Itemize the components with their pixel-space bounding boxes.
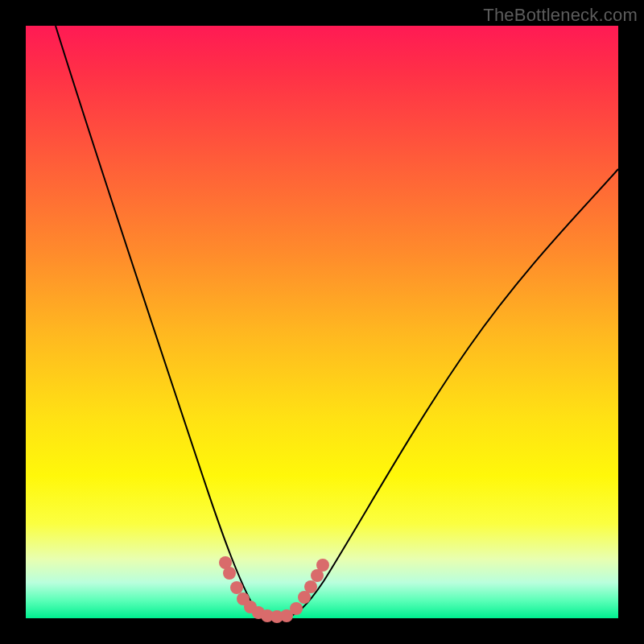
svg-point-13 bbox=[316, 559, 329, 572]
svg-point-9 bbox=[290, 602, 303, 615]
plot-area bbox=[26, 26, 618, 618]
curve-layer bbox=[26, 26, 618, 618]
bottleneck-curve-left bbox=[56, 26, 271, 617]
bottleneck-curve-right bbox=[283, 169, 618, 617]
svg-point-1 bbox=[223, 567, 236, 580]
chart-frame: TheBottleneck.com bbox=[0, 0, 644, 644]
watermark-text: TheBottleneck.com bbox=[483, 5, 638, 26]
svg-point-2 bbox=[230, 581, 243, 594]
svg-point-11 bbox=[304, 580, 317, 593]
